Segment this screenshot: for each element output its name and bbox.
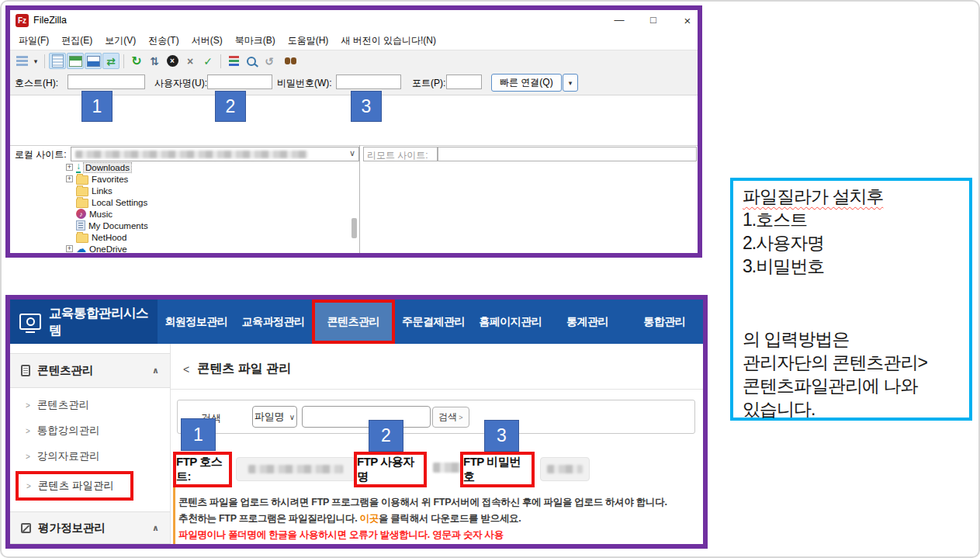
scrollbar-thumb[interactable] [351,218,357,238]
toolbar: ▾ ⇄ ↻ ⇅ × × ✓ ↺ [10,50,698,72]
tree-item[interactable]: + ☁ OneDrive [66,243,127,255]
menu-view[interactable]: 보기(V) [99,34,142,47]
remote-tree-icon[interactable] [85,53,102,69]
tree-item-label: Music [89,210,113,219]
page-title-text: 콘텐츠 파일 관리 [197,361,291,377]
menu-edit[interactable]: 편집(E) [55,34,99,47]
sync-browsing-icon[interactable]: ↺ [261,53,278,69]
tree-item-label: Favorites [92,175,128,184]
site-manager-icon[interactable] [13,53,30,69]
local-site-combobox[interactable]: ∨ [71,147,359,161]
disconnect-icon[interactable]: × [182,53,199,69]
pencil-icon [21,523,31,533]
remote-site-label: 리모트 사이트: [363,147,438,161]
nav-curriculum-management[interactable]: 교육과정관리 [234,300,311,344]
filter-icon[interactable] [225,53,242,69]
close-button[interactable]: × [679,14,696,27]
pane-divider[interactable] [359,145,360,253]
filezilla-window: Fz FileZilla — □ × 파일(F) 편집(E) 보기(V) 전송(… [5,5,702,258]
nav-order-payment-management[interactable]: 주문결제관리 [395,300,472,344]
tree-item[interactable]: + Favorites [66,173,128,185]
tree-item[interactable]: NetHood [66,231,126,243]
download-link[interactable]: 이곳 [360,513,379,524]
maximize-button[interactable]: □ [645,14,662,26]
host-label: 호스트(H): [15,77,58,90]
sidebar-item-content-file-mgmt[interactable]: > 콘텐츠 파일관리 [16,471,133,501]
search-input[interactable] [302,406,431,428]
username-input[interactable] [207,75,272,89]
chevron-right-icon: > [26,452,30,461]
collapse-icon[interactable]: ∧ [152,366,159,376]
menu-file[interactable]: 파일(F) [12,34,55,47]
sidebar-item-lecture-mgmt[interactable]: > 통합강의관리 [10,419,170,442]
site-manager-dropdown-icon[interactable]: ▾ [31,53,40,69]
sidebar-item-label: 콘텐츠 파일관리 [38,479,114,493]
ftp-host-value [236,457,355,481]
callout-1-bottom: 1 [181,418,216,451]
quickconnect-button[interactable]: 빠른 연결(Q) [491,74,562,92]
tree-item[interactable]: Local Settings [66,196,147,208]
username-label: 사용자명(U): [154,77,207,90]
find-files-icon[interactable] [279,53,296,69]
screenshot-canvas: Fz FileZilla — □ × 파일(F) 편집(E) 보기(V) 전송(… [0,0,980,558]
menu-transfer[interactable]: 전송(T) [142,34,185,47]
cancel-icon[interactable]: × [164,53,181,69]
nav-homepage-management[interactable]: 홈페이지관리 [472,300,549,344]
process-queue-icon[interactable]: ⇅ [146,53,163,69]
note-line: 의 입력방법은 [743,328,960,351]
tree-item-label: Local Settings [92,198,147,207]
compare-icon[interactable] [243,53,260,69]
callout-2-bottom: 2 [369,420,403,452]
collapse-icon[interactable]: ∧ [152,523,159,533]
host-input[interactable] [68,75,145,89]
tree-item[interactable]: My Documents [66,220,148,231]
menu-bookmarks[interactable]: 북마크(B) [229,34,282,47]
expand-icon[interactable]: + [66,245,73,252]
menu-server[interactable]: 서버(S) [185,34,229,47]
search-button[interactable]: 검색 > [432,407,469,428]
sidebar-section-evaluation[interactable]: 평가정보관리 ∧ [10,511,170,544]
page-icon [21,365,30,376]
transfer-queue-icon[interactable]: ⇄ [102,53,119,69]
expand-icon[interactable]: + [66,164,73,171]
chevron-left-icon[interactable]: < [183,363,189,376]
password-input[interactable] [336,75,401,89]
sidebar-section-content[interactable]: 콘텐츠관리 ∧ [10,353,170,388]
folder-icon [76,175,88,185]
note-line: 1.호스트 [743,208,960,231]
tree-item-label: My Documents [88,221,148,230]
reconnect-icon[interactable]: ✓ [199,53,216,69]
folder-icon [76,234,88,243]
callout-1: 1 [81,91,113,122]
redacted-local-path [75,151,308,158]
expand-icon[interactable]: + [66,175,73,182]
tree-item[interactable]: ♪ Music [66,208,113,220]
redacted-ftp-host [248,465,343,473]
nav-member-management[interactable]: 회원정보관리 [158,300,234,344]
local-tree-icon[interactable] [67,53,84,69]
note-line: 2.사용자명 [743,231,960,255]
tree-item[interactable]: + ↓ Downloads [66,161,131,173]
brand-block[interactable]: 교육통합관리시스템 [10,300,158,344]
menu-help[interactable]: 도움말(H) [282,34,335,47]
combobox-arrow-icon[interactable]: ∨ [349,148,355,158]
menu-new-version[interactable]: 새 버전이 있습니다!(N) [334,34,442,47]
sidebar-item-lecture-materials[interactable]: > 강의자료관리 [10,445,170,468]
notice-line-1: 콘텐츠 파일을 업로드 하시려면 FTP 프로그램을 이용해서 위 FTP서버에… [178,496,683,509]
music-icon: ♪ [76,209,86,219]
download-icon: ↓ [76,162,81,173]
callout-2: 2 [215,91,246,122]
tree-item[interactable]: Links [66,185,113,196]
nav-integrated-management[interactable]: 통합관리 [626,300,703,344]
quickconnect-dropdown-icon[interactable]: ▾ [563,74,578,92]
search-field-select[interactable]: 파일명 ∨ [252,406,297,428]
message-log-icon[interactable] [49,53,66,69]
minimize-button[interactable]: — [611,14,628,26]
port-input[interactable] [446,75,482,89]
nav-statistics-management[interactable]: 통계관리 [549,300,625,344]
nav-content-management[interactable]: 콘텐츠관리 [312,300,395,344]
refresh-icon[interactable]: ↻ [128,53,145,69]
sidebar-item-content-mgmt[interactable]: > 콘텐츠관리 [10,393,170,417]
password-label: 비밀번호(W): [277,77,332,90]
top-navbar: 교육통합관리시스템 회원정보관리 교육과정관리 콘텐츠관리 주문결제관리 홈페이… [10,300,703,344]
